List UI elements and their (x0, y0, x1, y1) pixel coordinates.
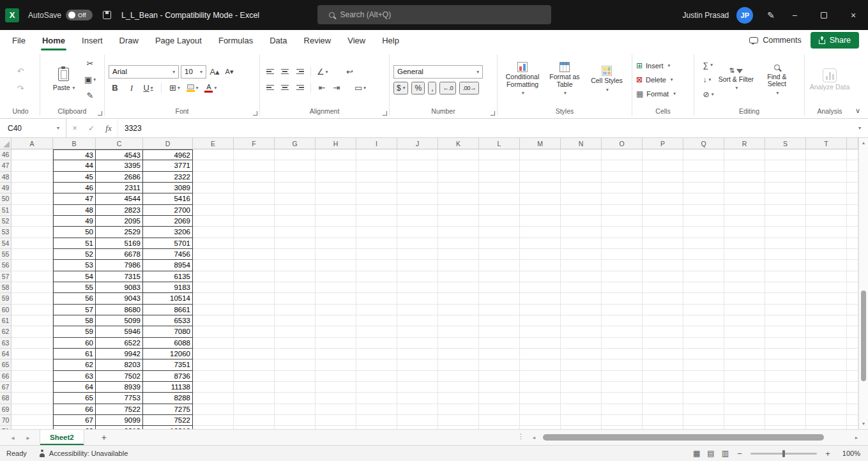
column-header-L[interactable]: L (479, 138, 520, 149)
cell-K57[interactable] (438, 271, 479, 282)
cell-P58[interactable] (643, 282, 683, 293)
cell-D59[interactable]: 10514 (143, 293, 193, 304)
cell-J66[interactable] (397, 371, 438, 382)
cell-I51[interactable] (356, 205, 397, 216)
autosum-button[interactable]: ∑▾ (703, 59, 714, 71)
cell-A67[interactable] (11, 382, 53, 393)
cell-N52[interactable] (561, 216, 602, 227)
cell-L64[interactable] (479, 349, 520, 359)
cell-A47[interactable] (11, 160, 53, 171)
cell-P70[interactable] (643, 415, 683, 426)
cell-F47[interactable] (234, 160, 275, 171)
cell-B54[interactable]: 51 (53, 238, 96, 249)
column-header-T[interactable]: T (806, 138, 847, 149)
cell-H57[interactable] (316, 271, 356, 282)
cell-B67[interactable]: 64 (53, 382, 96, 393)
cell-L54[interactable] (479, 238, 520, 249)
cell-T61[interactable] (806, 315, 847, 326)
cell-E46[interactable] (193, 149, 234, 160)
cell-B47[interactable]: 44 (53, 160, 96, 171)
cell-M50[interactable] (520, 193, 561, 204)
increase-indent-button[interactable]: ⇥ (330, 81, 343, 94)
align-top-button[interactable] (264, 65, 277, 78)
cell-S48[interactable] (765, 172, 806, 183)
cell-J64[interactable] (397, 349, 438, 359)
cell-D55[interactable]: 7456 (143, 249, 193, 260)
cell-G54[interactable] (275, 238, 316, 249)
cell-F54[interactable] (234, 238, 275, 249)
cell-P66[interactable] (643, 371, 683, 382)
cell-O67[interactable] (602, 382, 643, 393)
cell-J65[interactable] (397, 359, 438, 370)
cell-A55[interactable] (11, 249, 53, 260)
cell-C51[interactable]: 2823 (96, 205, 143, 216)
cell-E65[interactable] (193, 359, 234, 370)
cell-B50[interactable]: 47 (53, 193, 96, 204)
cell-E60[interactable] (193, 305, 234, 315)
cell-F69[interactable] (234, 404, 275, 415)
search-box[interactable]: Search (Alt+Q) (317, 5, 551, 24)
cell-F66[interactable] (234, 371, 275, 382)
cell-S66[interactable] (765, 371, 806, 382)
enter-icon[interactable]: ✓ (83, 124, 100, 133)
horizontal-scroll-track[interactable] (539, 432, 851, 443)
cell-O51[interactable] (602, 205, 643, 216)
cell-A52[interactable] (11, 216, 53, 227)
cell-N70[interactable] (561, 415, 602, 426)
prev-sheet-icon[interactable]: ◂ (5, 434, 20, 441)
cell-G46[interactable] (275, 149, 316, 160)
align-left-button[interactable] (264, 81, 277, 94)
cell-B61[interactable]: 58 (53, 315, 96, 326)
cell-L56[interactable] (479, 260, 520, 271)
cell-H53[interactable] (316, 227, 356, 238)
cell-K64[interactable] (438, 349, 479, 359)
cell-B68[interactable]: 65 (53, 393, 96, 404)
cell-M63[interactable] (520, 338, 561, 349)
cell-M68[interactable] (520, 393, 561, 404)
cell-K60[interactable] (438, 305, 479, 315)
cell-R61[interactable] (724, 315, 765, 326)
autosave-toggle[interactable]: Off (66, 10, 93, 20)
cell-R70[interactable] (724, 415, 765, 426)
cell-A56[interactable] (11, 260, 53, 271)
cell-G50[interactable] (275, 193, 316, 204)
row-header-61[interactable]: 61 (0, 315, 11, 326)
increase-decimal-button[interactable]: ←.0 (439, 82, 456, 94)
cell-styles-button[interactable]: Cell Styles ▾ (586, 66, 627, 93)
cell-M58[interactable] (520, 282, 561, 293)
cell-K50[interactable] (438, 193, 479, 204)
cell-N68[interactable] (561, 393, 602, 404)
sort-filter-button[interactable]: ⇅ Sort & Filter ▾ (717, 67, 754, 92)
cell-D60[interactable]: 8661 (143, 305, 193, 315)
cell-D61[interactable]: 6533 (143, 315, 193, 326)
excel-app-icon[interactable]: X (5, 8, 19, 22)
cell-P55[interactable] (643, 249, 683, 260)
cell-B59[interactable]: 56 (53, 293, 96, 304)
cell-T67[interactable] (806, 382, 847, 393)
cell-O53[interactable] (602, 227, 643, 238)
cell-Q51[interactable] (683, 205, 724, 216)
cell-N50[interactable] (561, 193, 602, 204)
cell-Q61[interactable] (683, 315, 724, 326)
row-header-48[interactable]: 48 (0, 172, 11, 183)
cell-H48[interactable] (316, 172, 356, 183)
cell-N66[interactable] (561, 371, 602, 382)
cell-N60[interactable] (561, 305, 602, 315)
cell-S69[interactable] (765, 404, 806, 415)
cell-L49[interactable] (479, 183, 520, 193)
cell-T49[interactable] (806, 183, 847, 193)
cell-S64[interactable] (765, 349, 806, 359)
restore-button[interactable] (809, 0, 839, 30)
cell-A62[interactable] (11, 326, 53, 337)
cell-G59[interactable] (275, 293, 316, 304)
ribbon-tab-home[interactable]: Home (34, 30, 73, 50)
ribbon-tab-draw[interactable]: Draw (111, 30, 147, 50)
cell-B64[interactable]: 61 (53, 349, 96, 359)
cell-R65[interactable] (724, 359, 765, 370)
cell-Q59[interactable] (683, 293, 724, 304)
cell-G57[interactable] (275, 271, 316, 282)
cell-T58[interactable] (806, 282, 847, 293)
cell-M54[interactable] (520, 238, 561, 249)
cell-K70[interactable] (438, 415, 479, 426)
cell-O52[interactable] (602, 216, 643, 227)
